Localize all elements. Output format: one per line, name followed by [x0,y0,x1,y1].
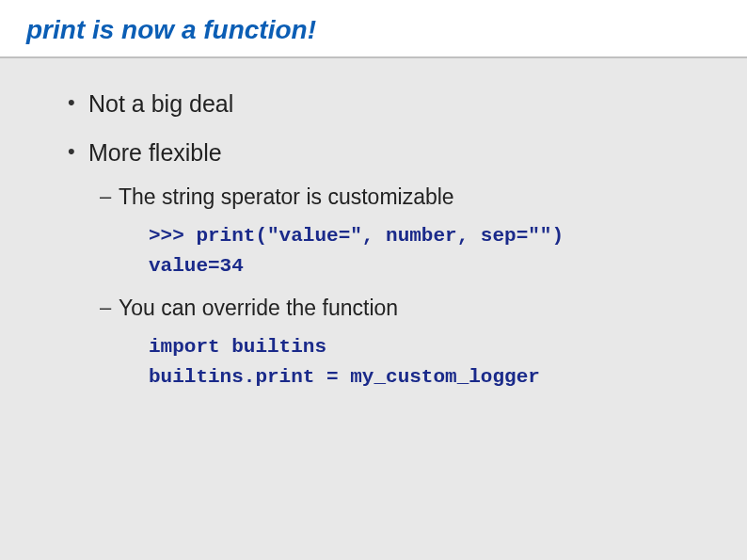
sub-bullet-item: The string sperator is customizable >>> … [88,183,702,282]
slide-content: Not a big deal More flexible The string … [0,58,747,440]
sub-bullet-text: You can override the function [119,296,398,320]
bullet-list: Not a big deal More flexible The string … [68,88,702,393]
bullet-text: More flexible [88,139,222,166]
code-line: import builtins [149,336,326,358]
bullet-item: Not a big deal [68,88,702,120]
bullet-item: More flexible The string sperator is cus… [68,137,702,393]
code-line: value=34 [149,255,244,277]
slide-title: print is now a function! [26,15,721,45]
code-line: builtins.print = my_custom_logger [149,366,540,388]
slide-header: print is now a function! [0,0,747,58]
sub-bullet-item: You can override the function import bui… [88,294,702,393]
code-block: import builtins builtins.print = my_cust… [149,332,702,393]
sub-bullet-list: The string sperator is customizable >>> … [88,183,702,393]
sub-bullet-text: The string sperator is customizable [119,184,454,209]
bullet-text: Not a big deal [88,90,233,117]
code-block: >>> print("value=", number, sep="") valu… [149,221,702,282]
code-line: >>> print("value=", number, sep="") [149,225,564,247]
